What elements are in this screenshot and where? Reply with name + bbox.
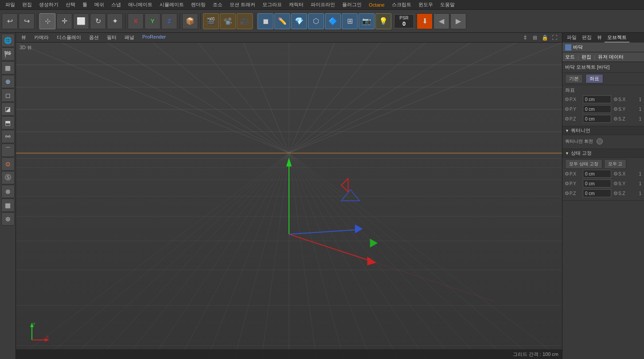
draw-button[interactable]: ✏️ (274, 13, 290, 29)
vp-icon-layout[interactable]: ⊞ (531, 34, 539, 42)
menu-render[interactable]: 렌더링 (187, 0, 209, 9)
quaternion-toggle[interactable] (597, 138, 603, 144)
pos-z-input[interactable] (583, 115, 611, 123)
menu-plugin[interactable]: 플러그인 (339, 0, 365, 9)
vp-menu-prorender[interactable]: ProRender (141, 33, 168, 42)
freeze-pos-x-input[interactable] (583, 170, 611, 178)
layer-btn[interactable]: ▦ (1, 199, 15, 212)
quaternion-section-header[interactable]: ▼ 쿼터니언 (562, 126, 644, 135)
four-view-button[interactable]: ⊞ (342, 13, 358, 29)
vp-icon-lock[interactable]: 🔒 (541, 34, 549, 42)
symmetry-btn[interactable]: ⊛ (1, 212, 15, 226)
cube-side-btn[interactable]: ◪ (1, 102, 15, 116)
object-mode-button[interactable]: 📦 (182, 13, 198, 29)
ipr-button[interactable]: 📽️ (220, 13, 236, 29)
menu-mesh[interactable]: 메쉬 (91, 0, 108, 9)
menu-edit[interactable]: 편집 (19, 0, 35, 9)
pos-x-radio[interactable] (565, 98, 569, 101)
menu-sculpt[interactable]: 조소 (209, 0, 226, 9)
render-mode-btn[interactable]: 🏁 (1, 47, 15, 61)
viewport-canvas[interactable]: 3D 뷰 Y X 그리드 간격 : 100 cm (16, 43, 562, 359)
menu-mograph[interactable]: 모그라프 (259, 0, 285, 9)
cube-front-btn[interactable]: ◻ (1, 89, 15, 102)
menu-animate[interactable]: 애니메이트 (125, 0, 156, 9)
paint-btn[interactable]: ⊙ (1, 157, 15, 171)
vp-icon-move[interactable]: ⇕ (521, 34, 529, 42)
scale-y-radio[interactable] (614, 107, 617, 111)
freeze-pos-y-radio[interactable] (565, 182, 569, 185)
vp-menu-panel[interactable]: 패널 (123, 33, 136, 42)
transform-tool-button[interactable]: ✦ (107, 13, 123, 29)
redo-button[interactable]: ↪ (19, 13, 35, 29)
right-scroll-area[interactable]: 좌표 P.X S.X 1 P.Y S.Y 1 (562, 85, 644, 359)
vp-icon-expand[interactable]: ⛶ (550, 34, 558, 42)
freeze-pos-y-input[interactable] (583, 180, 611, 187)
scale-z-radio[interactable] (614, 117, 617, 121)
vp-menu-display[interactable]: 디스플레이 (55, 33, 83, 42)
right-tab-file[interactable]: 파일 (564, 33, 579, 43)
props-menu-userdata[interactable]: 유저 데이터 (598, 54, 624, 60)
rotate-tool-button[interactable]: ↻ (90, 13, 106, 29)
menu-help[interactable]: 도움말 (437, 0, 458, 9)
stamp-btn[interactable]: Ⓢ (1, 171, 15, 184)
menu-window[interactable]: 윈도우 (415, 0, 437, 9)
props-menu-mode[interactable]: 모드 (565, 54, 575, 60)
pos-z-radio[interactable] (565, 117, 569, 121)
menu-script[interactable]: 스크립트 (388, 0, 415, 9)
pos-y-input[interactable] (583, 105, 611, 113)
z-axis-button[interactable]: Z (161, 13, 177, 29)
perspective-button[interactable]: ◼ (258, 13, 273, 29)
uv-button[interactable]: ⬡ (308, 13, 324, 29)
menu-motion-tracker[interactable]: 모션 트래커 (226, 0, 259, 9)
right-tab-edit[interactable]: 편집 (579, 33, 594, 43)
snap-btn[interactable]: ⊕ (1, 75, 15, 88)
menu-character[interactable]: 캐릭터 (285, 0, 307, 9)
display-mode-btn[interactable]: ▦ (1, 61, 15, 74)
move-tool-button[interactable]: ✛ (56, 13, 72, 29)
freeze-scale-x-radio[interactable] (614, 172, 617, 176)
freeze-scale-y-radio[interactable] (614, 182, 617, 185)
menu-file[interactable]: 파일 (2, 0, 19, 9)
menu-select[interactable]: 선택 (62, 0, 79, 9)
cube-top-btn[interactable]: ⬒ (1, 116, 15, 129)
freeze-pos-x-radio[interactable] (565, 172, 569, 176)
freeze-pos-z-radio[interactable] (565, 191, 569, 195)
menu-tool[interactable]: 툴 (79, 0, 91, 9)
x-axis-button[interactable]: X (128, 13, 144, 29)
menu-pipeline[interactable]: 파이프라인 (307, 0, 339, 9)
menu-octane[interactable]: Octane (365, 1, 388, 8)
right-tab-view[interactable]: 뷰 (594, 33, 605, 43)
camera-button[interactable]: 📷 (359, 13, 375, 29)
grab-btn[interactable]: ⊗ (1, 185, 15, 198)
pen-tool-btn[interactable]: ⚯ (1, 130, 15, 143)
menu-snap[interactable]: 스냅 (108, 0, 125, 9)
tab-basic[interactable]: 기본 (565, 74, 583, 83)
pos-y-radio[interactable] (565, 107, 569, 111)
undo-button[interactable]: ↩ (2, 13, 18, 29)
vp-menu-camera[interactable]: 카메라 (32, 33, 51, 42)
coord-system-btn[interactable]: 🌐 (1, 34, 15, 47)
menu-simulate[interactable]: 시뮬레이트 (156, 0, 187, 9)
pos-x-input[interactable] (583, 95, 611, 103)
freeze-section-header[interactable]: ▼ 상태 고정 (562, 149, 644, 158)
tab-coordinate[interactable]: 좌표 (585, 74, 603, 83)
arrow-left-icon[interactable]: ◀ (433, 13, 449, 29)
arc-tool-btn[interactable]: ⌒ (1, 144, 15, 157)
vp-menu-filter[interactable]: 필터 (105, 33, 118, 42)
vp-menu-view[interactable]: 뷰 (20, 33, 28, 42)
freeze-all-button[interactable]: 모두 상태 고정 (565, 159, 602, 169)
scale-x-radio[interactable] (614, 98, 617, 101)
freeze-pos-z-input[interactable] (583, 189, 611, 197)
arrow-right-icon[interactable]: ▶ (450, 13, 466, 29)
light-button[interactable]: 💡 (375, 13, 391, 29)
menu-create[interactable]: 생성하기 (35, 0, 62, 9)
right-tab-object[interactable]: 오브젝트 (605, 33, 629, 43)
render-view-button[interactable]: 🎬 (203, 13, 219, 29)
props-menu-edit[interactable]: 편집 (582, 54, 591, 60)
freeze-scale-z-radio[interactable] (614, 191, 617, 195)
scale-tool-button[interactable]: ⬜ (73, 13, 89, 29)
vp-menu-options[interactable]: 옵션 (87, 33, 101, 42)
freeze-go-button[interactable]: 모두 고 (604, 159, 627, 169)
select-tool-button[interactable]: ⊹ (39, 13, 55, 29)
render-button[interactable]: 🎥 (237, 13, 253, 29)
